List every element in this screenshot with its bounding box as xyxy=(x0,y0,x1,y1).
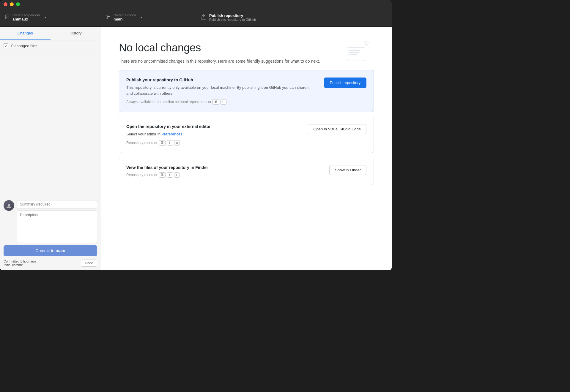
publish-card-desc: This repository is currently only availa… xyxy=(126,85,317,96)
editor-hint-text: Repository menu or xyxy=(126,141,158,145)
sidebar-spacer xyxy=(0,51,101,197)
editor-card-body: Open the repository in your external edi… xyxy=(126,124,301,146)
svg-point-4 xyxy=(107,15,108,16)
tab-changes[interactable]: Changes xyxy=(0,27,51,40)
changed-files-label: 0 changed files xyxy=(11,44,37,48)
publish-toolbar-text: Publish repository Publish this reposito… xyxy=(209,13,256,21)
commit-inputs xyxy=(17,200,97,243)
svg-rect-3 xyxy=(6,18,7,18)
sidebar: Changes History 0 changed files xyxy=(0,27,101,270)
svg-rect-12 xyxy=(349,50,360,51)
undo-button[interactable]: Undo xyxy=(81,260,97,267)
publish-toolbar-subtitle: Publish this repository to GitHub xyxy=(209,18,256,21)
branch-icon xyxy=(106,15,111,20)
svg-rect-13 xyxy=(349,52,359,53)
finder-card-action: Show in Finder xyxy=(329,165,366,175)
finder-card-body: View the files of your repository in Fin… xyxy=(126,165,322,178)
publish-card-action: Publish repository xyxy=(324,78,366,88)
current-branch-text: Current Branch main xyxy=(114,13,136,21)
show-in-finder-button[interactable]: Show in Finder xyxy=(329,165,366,175)
avatar-image xyxy=(4,200,14,211)
editor-kbd-cmd: ⌘ xyxy=(159,140,166,146)
editor-card-header: Open the repository in your external edi… xyxy=(126,124,366,146)
current-repo-text: Current Repository animaux xyxy=(12,13,40,21)
svg-rect-2 xyxy=(6,17,8,17)
repo-icon xyxy=(5,15,10,20)
last-commit-row: Committed 1 hour ago Initial commit Undo xyxy=(4,259,97,267)
commit-area: Commit to main Committed 1 hour ago Init… xyxy=(0,197,101,270)
finder-card-hint: Repository menu or ⌘ ⇧ F xyxy=(126,172,322,178)
repo-dropdown-arrow: ▾ xyxy=(45,16,46,19)
toolbar-publish-section[interactable]: Publish repository Publish this reposito… xyxy=(196,8,392,26)
publish-card: Publish your repository to GitHub This r… xyxy=(119,70,374,112)
last-commit-message: Initial commit xyxy=(4,263,36,267)
publish-card-title: Publish your repository to GitHub xyxy=(126,78,317,82)
publish-kbd-cmd: ⌘ xyxy=(212,99,219,105)
no-changes-desc: There are no uncommitted changes in this… xyxy=(119,58,320,64)
publish-repository-button[interactable]: Publish repository xyxy=(324,78,366,88)
editor-card-title: Open the repository in your external edi… xyxy=(126,124,301,129)
commit-button[interactable]: Commit to main xyxy=(4,245,97,256)
close-button[interactable] xyxy=(4,2,7,6)
publish-hint-text: Always available in the toolbar for loca… xyxy=(126,100,211,104)
svg-rect-14 xyxy=(349,54,357,55)
summary-input[interactable] xyxy=(17,200,97,208)
no-changes-title: No local changes xyxy=(119,42,320,54)
current-branch-value: main xyxy=(114,17,136,21)
no-changes-header: No local changes There are no uncommitte… xyxy=(119,42,374,65)
finder-kbd-cmd: ⌘ xyxy=(159,172,166,178)
last-commit-time: Committed 1 hour ago xyxy=(4,260,36,263)
finder-card-title: View the files of your repository in Fin… xyxy=(126,165,322,170)
toolbar: Current Repository animaux ▾ Current Bra… xyxy=(0,8,392,27)
editor-card-action: Open in Visual Studio Code xyxy=(308,124,366,134)
select-all-checkbox[interactable] xyxy=(4,43,8,48)
publish-kbd-p: P xyxy=(221,99,226,105)
svg-rect-8 xyxy=(201,17,206,19)
main-area: Changes History 0 changed files xyxy=(0,27,392,270)
publish-card-body: Publish your repository to GitHub This r… xyxy=(126,78,317,105)
current-repo-label: Current Repository xyxy=(12,13,40,17)
description-textarea[interactable] xyxy=(17,210,97,243)
svg-point-5 xyxy=(107,18,108,19)
editor-kbd-shift: ⇧ xyxy=(167,140,173,146)
avatar xyxy=(4,200,14,211)
finder-kbd-f: F xyxy=(174,172,180,178)
changed-files-row: 0 changed files xyxy=(0,40,101,51)
current-repo-section[interactable]: Current Repository animaux ▾ xyxy=(0,8,101,26)
finder-kbd-shift: ⇧ xyxy=(167,172,173,178)
publish-card-header: Publish your repository to GitHub This r… xyxy=(126,78,366,105)
content-area: No local changes There are no uncommitte… xyxy=(101,27,392,270)
editor-card-hint: Repository menu or ⌘ ⇧ A xyxy=(126,140,301,146)
current-branch-label: Current Branch xyxy=(114,13,136,17)
publish-card-hint: Always available in the toolbar for loca… xyxy=(126,99,317,105)
publish-toolbar-title: Publish repository xyxy=(209,13,256,18)
branch-dropdown-arrow: ▾ xyxy=(141,16,142,19)
commit-form xyxy=(4,200,97,243)
publish-icon xyxy=(201,14,206,21)
commit-branch-name: main xyxy=(56,248,65,253)
finder-card-header: View the files of your repository in Fin… xyxy=(126,165,366,178)
editor-card-desc: Select your editor in Preferences xyxy=(126,131,301,137)
preferences-link[interactable]: Preferences xyxy=(162,132,182,136)
current-branch-section[interactable]: Current Branch main ▾ xyxy=(101,8,196,26)
editor-kbd-a: A xyxy=(174,140,180,146)
no-changes-header-text: No local changes There are no uncommitte… xyxy=(119,42,320,64)
svg-point-15 xyxy=(366,44,367,45)
illustration xyxy=(344,39,374,65)
svg-rect-1 xyxy=(6,16,8,16)
editor-card: Open the repository in your external edi… xyxy=(119,117,374,153)
svg-point-10 xyxy=(8,204,10,206)
finder-hint-text: Repository menu or xyxy=(126,173,158,177)
last-commit-info: Committed 1 hour ago Initial commit xyxy=(4,260,36,267)
current-repo-value: animaux xyxy=(12,17,40,21)
editor-desc-prefix: Select your editor in xyxy=(126,132,162,136)
titlebar xyxy=(0,0,392,8)
maximize-button[interactable] xyxy=(16,2,20,6)
sidebar-tabs: Changes History xyxy=(0,27,101,40)
minimize-button[interactable] xyxy=(10,2,14,6)
open-editor-button[interactable]: Open in Visual Studio Code xyxy=(308,124,366,134)
finder-card: View the files of your repository in Fin… xyxy=(119,158,374,185)
tab-history[interactable]: History xyxy=(51,27,101,40)
